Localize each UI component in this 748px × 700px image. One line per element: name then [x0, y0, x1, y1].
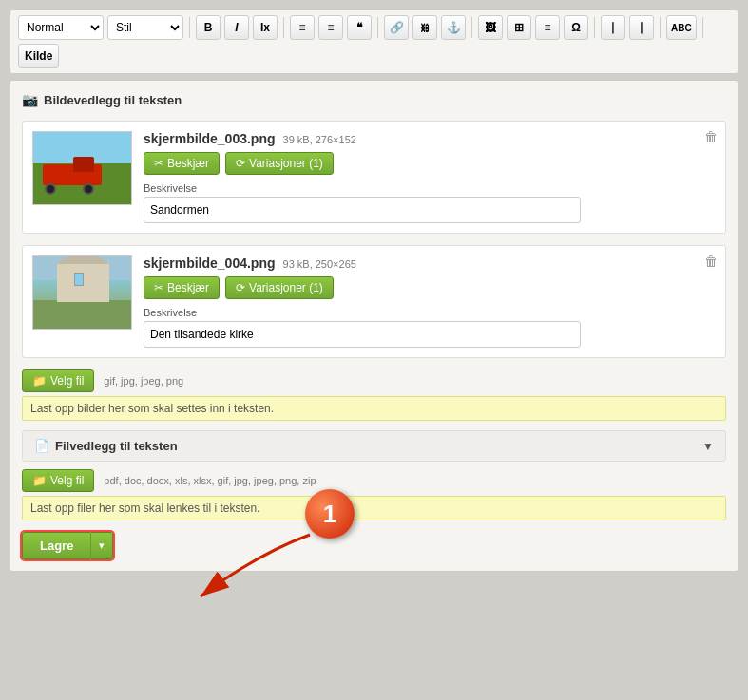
- variants-icon-2: ⟳: [236, 281, 245, 294]
- image-details-1: skjermbilde_003.png 39 kB, 276×152 ✂ Bes…: [144, 131, 716, 223]
- variants-btn-1[interactable]: ⟳ Variasjoner (1): [225, 152, 334, 175]
- ul-button[interactable]: ≡: [318, 15, 343, 40]
- action-btns-1: ✂ Beskjær ⟳ Variasjoner (1): [144, 152, 716, 175]
- toolbar-sep-2: [283, 17, 284, 38]
- link-button[interactable]: 🔗: [384, 15, 409, 40]
- desc-label-2: Beskrivelse: [144, 307, 716, 318]
- crop-label-2: Beskjær: [167, 281, 209, 294]
- folder-icon-image: 📁: [32, 374, 47, 388]
- bildevedlegg-header: 📷 Bildevedlegg til teksten: [22, 92, 726, 111]
- image-thumb-1: [32, 131, 132, 205]
- file-upload-notice: Last opp filer her som skal lenkes til i…: [22, 496, 726, 520]
- crop-btn-1[interactable]: ✂ Beskjær: [144, 152, 220, 175]
- velg-fil-file-btn[interactable]: 📁 Velg fil: [22, 469, 94, 492]
- lagre-button[interactable]: Lagre: [22, 532, 90, 559]
- toolbar-sep-6: [660, 17, 661, 38]
- format-select[interactable]: Normal: [18, 15, 104, 40]
- folder-icon-file: 📁: [32, 474, 47, 487]
- truck-wheel-right: [83, 183, 94, 195]
- align-button[interactable]: ≡: [535, 15, 560, 40]
- image-filename-2: skjermbilde_004.png: [144, 255, 276, 271]
- image-filename-1: skjermbilde_003.png: [144, 131, 276, 146]
- file-upload-section: 📁 Velg fil pdf, doc, docx, xls, xlsx, gi…: [22, 469, 726, 520]
- image-thumb-2: [32, 255, 132, 330]
- toolbar-sep-5: [594, 17, 595, 38]
- file-section-icon: 📄: [34, 439, 49, 453]
- filvedlegg-title-text: Filvedlegg til teksten: [55, 439, 178, 453]
- desc-input-1[interactable]: [144, 197, 581, 223]
- chevron-down-icon: ▼: [702, 440, 714, 453]
- velg-fil-image-btn[interactable]: 📁 Velg fil: [22, 369, 94, 392]
- image-section-icon: 📷: [22, 92, 38, 107]
- anchor-button[interactable]: ⚓: [441, 15, 466, 40]
- crop-icon-1: ✂: [154, 157, 163, 170]
- image-item-2: skjermbilde_004.png 93 kB, 250×265 ✂ Bes…: [22, 245, 726, 358]
- quote-button[interactable]: ❝: [347, 15, 372, 40]
- file-upload-row: 📁 Velg fil pdf, doc, docx, xls, xlsx, gi…: [22, 469, 726, 492]
- lagre-dropdown-button[interactable]: ▾: [90, 532, 113, 559]
- toolbar-sep-3: [377, 17, 378, 38]
- delete-btn-1[interactable]: 🗑: [704, 129, 718, 144]
- format-button[interactable]: Ix: [253, 15, 278, 40]
- editor-toolbar: Normal Stil B I Ix ≡ ≡ ❝ 🔗 ⛓ ⚓ 🖼 ⊞ ≡ Ω ⎪…: [10, 9, 738, 74]
- image-upload-row: 📁 Velg fil gif, jpg, jpeg, png: [22, 369, 726, 392]
- ol-button[interactable]: ≡: [290, 15, 315, 40]
- italic-button[interactable]: I: [224, 15, 249, 40]
- truck-cab: [73, 157, 94, 172]
- image-button[interactable]: 🖼: [478, 15, 503, 40]
- truck-wheel-left: [45, 183, 56, 195]
- image-upload-section: 📁 Velg fil gif, jpg, jpeg, png Last opp …: [22, 369, 726, 421]
- ground-2: [33, 300, 131, 329]
- velg-fil-image-label: Velg fil: [50, 374, 84, 388]
- image-meta-2: 93 kB, 250×265: [283, 258, 356, 270]
- crop-btn-2[interactable]: ✂ Beskjær: [144, 276, 220, 299]
- image-item-1: skjermbilde_003.png 39 kB, 276×152 ✂ Bes…: [22, 121, 726, 234]
- style-select[interactable]: Stil: [107, 15, 183, 40]
- toolbar-sep-1: [189, 17, 190, 38]
- bold-button[interactable]: B: [196, 15, 221, 40]
- desc-input-2[interactable]: [144, 321, 581, 348]
- action-btns-2: ✂ Beskjær ⟳ Variasjoner (1): [144, 276, 716, 299]
- delete-btn-2[interactable]: 🗑: [704, 254, 718, 269]
- source-button[interactable]: Kilde: [18, 44, 59, 68]
- image-details-2: skjermbilde_004.png 93 kB, 250×265 ✂ Bes…: [144, 255, 716, 348]
- image-upload-notice: Last opp bilder her som skal settes inn …: [22, 396, 726, 421]
- content-area: 📷 Bildevedlegg til teksten skjermbilde_0…: [10, 80, 738, 572]
- image-title-row-1: skjermbilde_003.png 39 kB, 276×152: [144, 131, 716, 146]
- pagebreak-button[interactable]: ⎪: [601, 15, 625, 40]
- crop-label-1: Beskjær: [167, 157, 209, 170]
- toolbar-sep-7: [702, 17, 703, 38]
- save-bar: Lagre ▾: [22, 532, 726, 559]
- annotation-circle-1: 1: [305, 489, 355, 539]
- velg-fil-file-label: Velg fil: [50, 474, 84, 487]
- spellcheck-button[interactable]: ABC: [666, 15, 697, 40]
- church-gable: [55, 255, 110, 264]
- unlink-button[interactable]: ⛓: [412, 15, 437, 40]
- variants-icon-1: ⟳: [236, 157, 245, 170]
- church-window: [74, 273, 84, 286]
- image-title-row-2: skjermbilde_004.png 93 kB, 250×265: [144, 255, 716, 271]
- pagebreak2-button[interactable]: ⎪: [629, 15, 654, 40]
- filvedlegg-header[interactable]: 📄 Filvedlegg til teksten ▼: [22, 430, 726, 462]
- table-button[interactable]: ⊞: [507, 15, 531, 40]
- page-wrapper: Normal Stil B I Ix ≡ ≡ ❝ 🔗 ⛓ ⚓ 🖼 ⊞ ≡ Ω ⎪…: [0, 0, 748, 700]
- image-meta-1: 39 kB, 276×152: [283, 134, 356, 145]
- file-accepted-types: pdf, doc, docx, xls, xlsx, gif, jpg, jpe…: [104, 475, 316, 486]
- image-accepted-types: gif, jpg, jpeg, png: [104, 375, 183, 387]
- crop-icon-2: ✂: [154, 281, 163, 294]
- special-char-button[interactable]: Ω: [564, 15, 588, 40]
- toolbar-sep-4: [471, 17, 472, 38]
- variants-label-2: Variasjoner (1): [249, 281, 323, 294]
- variants-label-1: Variasjoner (1): [249, 157, 323, 170]
- save-btn-wrapper: Lagre ▾: [22, 532, 113, 559]
- variants-btn-2[interactable]: ⟳ Variasjoner (1): [225, 276, 334, 299]
- bildevedlegg-title: Bildevedlegg til teksten: [44, 93, 182, 107]
- filvedlegg-title: 📄 Filvedlegg til teksten: [34, 439, 178, 453]
- desc-label-1: Beskrivelse: [144, 182, 716, 194]
